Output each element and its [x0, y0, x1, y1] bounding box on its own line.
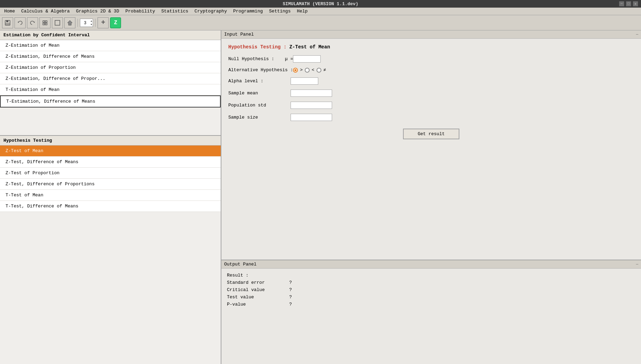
list-item-z-estimation-mean[interactable]: Z-Estimation of Mean: [0, 40, 221, 51]
menu-calculus[interactable]: Calculus & Algebra: [18, 8, 72, 15]
menu-bar: Home Calculus & Algebra Graphics 2D & 3D…: [0, 8, 641, 15]
sample-mean-row: Sample mean: [228, 90, 634, 97]
output-panel: Output Panel ─ Result : Standard error ?…: [221, 260, 641, 364]
hypothesis-section-header: Hypothesis Testing: [0, 136, 221, 146]
page-down-arrow[interactable]: ▼: [90, 23, 93, 26]
right-panel: Input Panel ─ Hypothesis Testing : Z-Tes…: [221, 30, 641, 364]
standard-error-val: ?: [289, 280, 292, 285]
menu-home[interactable]: Home: [1, 8, 18, 15]
radio-greater[interactable]: [293, 68, 298, 73]
app-title: SIMULAMATH (VERSION 1.1.dev): [283, 1, 358, 7]
left-panel: Estimation by Confident Interval Z-Estim…: [0, 30, 221, 364]
radio-less[interactable]: [305, 68, 310, 73]
add-button[interactable]: +: [98, 17, 109, 28]
hypothesis-title-black: Z-Test of Mean: [289, 44, 330, 50]
critical-value-row: Critical value ?: [227, 287, 635, 292]
list-item-z-estimation-diff-means[interactable]: Z-Estimation, Difference of Means: [0, 51, 221, 62]
svg-marker-4: [34, 22, 35, 23]
radio-less-circle[interactable]: [305, 68, 310, 73]
page-number-arrows[interactable]: ▲ ▼: [90, 19, 93, 26]
menu-graphics[interactable]: Graphics 2D & 3D: [73, 8, 122, 15]
save-button[interactable]: [2, 17, 13, 28]
alpha-level-row: Alpha level :: [228, 77, 634, 85]
svg-marker-10: [67, 20, 72, 25]
critical-value-val: ?: [289, 287, 292, 292]
menu-statistics[interactable]: Statistics: [158, 8, 191, 15]
close-button[interactable]: ✕: [633, 1, 638, 7]
result-label: Result :: [227, 273, 248, 278]
hypothesis-section: Hypothesis Testing Z-Test of Mean Z-Test…: [0, 136, 221, 364]
radio-notequal[interactable]: [317, 68, 321, 73]
redo-button[interactable]: [27, 17, 38, 28]
radio-greater-label: >: [300, 67, 303, 73]
list-item-z-test-mean[interactable]: Z-Test of Mean: [0, 146, 221, 157]
menu-programming[interactable]: Programming: [230, 8, 266, 15]
list-item-z-estimation-diff-propor[interactable]: Z-Estimation, Difference of Propor...: [0, 73, 221, 84]
svg-marker-3: [18, 22, 19, 23]
list-item-t-estimation-diff-means[interactable]: T-Estimation, Difference of Means: [0, 95, 221, 108]
toolbar: ▲ ▼ + Z: [0, 15, 641, 30]
population-std-input[interactable]: [291, 102, 332, 109]
svg-rect-7: [43, 23, 45, 25]
undo-button[interactable]: [15, 17, 26, 28]
p-value-val: ?: [289, 302, 292, 307]
list-item-t-test-diff-means[interactable]: T-Test, Difference of Means: [0, 201, 221, 212]
list-item-z-test-diff-means[interactable]: Z-Test, Difference of Means: [0, 157, 221, 168]
radio-notequal-label: ≠: [323, 67, 326, 73]
page-number-box[interactable]: ▲ ▼: [80, 19, 93, 27]
list-item-z-estimation-proportion[interactable]: Z-Estimation of Proportion: [0, 62, 221, 73]
null-hypothesis-row: Null Hypothesis : μ =: [228, 55, 634, 63]
maximize-button[interactable]: □: [626, 1, 631, 7]
output-panel-content: Result : Standard error ? Critical value…: [221, 269, 641, 313]
page-number-input[interactable]: [80, 20, 90, 25]
estimation-section: Estimation by Confident Interval Z-Estim…: [0, 30, 221, 136]
sample-size-input[interactable]: [291, 114, 332, 121]
sample-size-label: Sample size: [228, 115, 291, 120]
main-content: Estimation by Confident Interval Z-Estim…: [0, 30, 641, 364]
list-item-z-test-diff-proportions[interactable]: Z-Test, Difference of Proportions: [0, 179, 221, 190]
input-panel-header: Input Panel ─: [221, 30, 641, 39]
get-result-button[interactable]: Get result: [403, 129, 459, 139]
svg-rect-8: [45, 23, 47, 25]
hypothesis-title-red: Hypothesis Testing :: [228, 44, 286, 50]
list-item-z-test-proportion[interactable]: Z-Test of Proportion: [0, 168, 221, 179]
estimation-section-header: Estimation by Confident Interval: [0, 30, 221, 40]
output-panel-header: Output Panel ─: [221, 260, 641, 269]
home-button[interactable]: [64, 17, 75, 28]
get-result-row: Get result: [228, 126, 634, 139]
test-value-row: Test value ?: [227, 295, 635, 300]
alpha-level-input[interactable]: [291, 77, 318, 85]
menu-settings[interactable]: Settings: [266, 8, 293, 15]
p-value-key: P-value: [227, 302, 289, 307]
svg-rect-9: [55, 20, 60, 25]
z-tool-button[interactable]: Z: [110, 17, 121, 28]
input-panel-close[interactable]: ─: [636, 32, 638, 37]
standard-error-row: Standard error ?: [227, 280, 635, 285]
fullscreen-button[interactable]: [39, 17, 51, 28]
input-panel: Input Panel ─ Hypothesis Testing : Z-Tes…: [221, 30, 641, 260]
alternative-hypothesis-options: > < ≠: [293, 67, 326, 73]
page-up-arrow[interactable]: ▲: [90, 19, 93, 23]
result-label-row: Result :: [227, 273, 635, 278]
toolbar-separator-2: [95, 19, 95, 27]
radio-greater-circle[interactable]: [293, 68, 298, 73]
lower-spacer: [0, 212, 221, 240]
output-panel-close[interactable]: ─: [636, 262, 638, 267]
population-std-label: Population std: [228, 103, 291, 108]
minimize-button[interactable]: ─: [619, 1, 624, 7]
input-panel-content: Hypothesis Testing : Z-Test of Mean Null…: [221, 39, 641, 260]
list-item-t-estimation-mean[interactable]: T-Estimation of Mean: [0, 84, 221, 95]
standard-error-key: Standard error: [227, 280, 289, 285]
null-hypothesis-input[interactable]: [293, 55, 321, 63]
alternative-hypothesis-label: Alternative Hypothesis :: [228, 67, 293, 73]
sample-size-row: Sample size: [228, 114, 634, 121]
window-controls: ─ □ ✕: [619, 1, 638, 7]
list-item-t-test-mean[interactable]: T-Test of Mean: [0, 190, 221, 201]
menu-probability[interactable]: Probability: [122, 8, 158, 15]
frame-button[interactable]: [52, 17, 63, 28]
menu-cryptography[interactable]: Cryptography: [192, 8, 230, 15]
test-value-key: Test value: [227, 295, 289, 300]
sample-mean-input[interactable]: [291, 90, 332, 97]
menu-help[interactable]: Help: [294, 8, 310, 15]
radio-notequal-circle[interactable]: [317, 68, 321, 73]
